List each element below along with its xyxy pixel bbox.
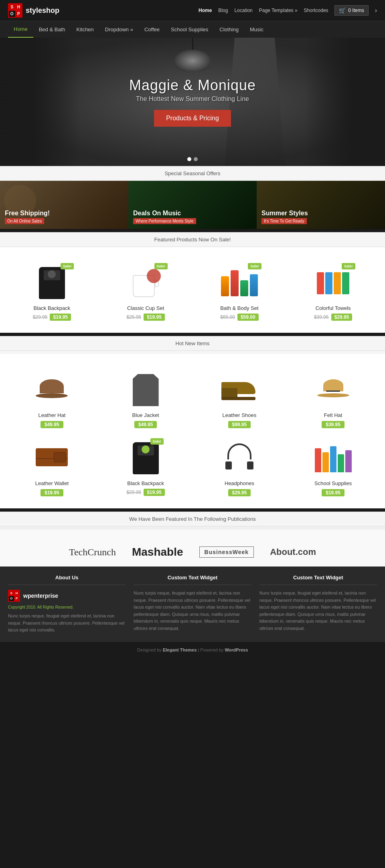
logo[interactable]: SH OP styleshop	[8, 3, 59, 18]
techcrunch-logo: TechCrunch	[69, 547, 116, 558]
nav-clothing[interactable]: Clothing	[214, 22, 244, 37]
brand-name: styleshop	[26, 6, 59, 15]
hero-cta-button[interactable]: Products & Pricing	[154, 110, 231, 127]
footer-widget1-text: Nunc turpis neque, feugiat eget eleifend…	[134, 590, 251, 632]
hero-slider: Maggie & Monique The Hottest New Summer …	[0, 38, 385, 166]
footer-bottom-text: Designed by Elegant Themes | Powered by …	[137, 647, 248, 652]
product-card-backpack[interactable]: Sale! Black Backpack $29.95 $19.95	[8, 261, 96, 325]
item-name-felt-hat: Felt Hat	[293, 412, 373, 418]
item-img-leather-hat	[32, 372, 72, 408]
product-name-bath: Bath & Body Set	[200, 305, 280, 311]
featured-products-section: Sale! Black Backpack $29.95 $19.95 Sale!	[0, 247, 385, 333]
nav-music[interactable]: Music	[244, 22, 269, 37]
featured-products-label: Featured Products Now On Sale!	[154, 237, 231, 243]
main-navigation: Home Bed & Bath Kitchen Dropdown » Coffe…	[0, 21, 385, 38]
about-logo: About.com	[270, 547, 316, 557]
sale-badge-towels: Sale!	[342, 263, 355, 269]
price-old-backpack: $29.95	[33, 314, 48, 320]
item-img-blue-jacket	[126, 372, 166, 408]
cart-icon: 🛒	[339, 7, 346, 14]
offer-title-2: Deals On Music	[133, 210, 196, 217]
offer-text-3: Summer Styles It's Time To Get Ready	[261, 210, 308, 224]
top-nav-blog[interactable]: Blog	[218, 8, 228, 13]
footer-widget2-title: Custom Text Widget	[259, 575, 377, 585]
nav-kitchen[interactable]: Kitchen	[71, 22, 99, 37]
item-img-leather-shoes	[219, 372, 259, 408]
top-nav-location[interactable]: Location	[234, 8, 252, 13]
item-img-leather-wallet	[32, 440, 72, 476]
product-price-backpack2: $29.95 $19.95	[106, 489, 186, 496]
featured-products-grid: Sale! Black Backpack $29.95 $19.95 Sale!	[8, 261, 377, 325]
item-name-blue-jacket: Blue Jacket	[106, 412, 186, 418]
item-price-leather-wallet: $19.95	[41, 489, 63, 496]
price-old-towels: $39.95	[314, 314, 329, 320]
offer-card-music[interactable]: Deals On Music Where Performance Meets S…	[128, 181, 257, 229]
top-nav-shortcodes[interactable]: Shortcodes	[304, 8, 328, 13]
nav-coffee[interactable]: Coffee	[139, 22, 165, 37]
item-img-school-supplies	[313, 440, 353, 476]
top-nav-page-templates[interactable]: Page Templates »	[259, 8, 298, 13]
hot-items-label: Hot New Items	[175, 340, 209, 346]
product-img-cup: Sale!	[126, 265, 166, 301]
footer-brand-name: wpenterprise	[23, 593, 58, 599]
footer-about-title: About Us	[8, 575, 126, 585]
product-card-bath[interactable]: Sale! Bath & Body Set $65.00 $59.00	[196, 261, 284, 325]
businessweek-logo: BusinessWeek	[199, 546, 254, 558]
item-card-leather-wallet[interactable]: Leather Wallet $19.95	[8, 436, 96, 500]
footer-widget2-text: Nunc turpis neque, feugiat eget eleifend…	[259, 590, 377, 632]
item-card-headphones[interactable]: Headphones $29.95	[196, 436, 284, 500]
hot-items-grid-row2: Leather Wallet $19.95 Sale! Black Backpa…	[8, 436, 377, 500]
offer-title-1: Free Shipping!	[5, 210, 50, 217]
footer-about-col: About Us SH OP wpenterprise Copyright 20…	[8, 575, 126, 634]
offer-card-shipping[interactable]: Free Shipping! On All Online Sales	[0, 181, 128, 229]
slider-dot-2[interactable]	[194, 157, 198, 161]
cart-button[interactable]: 🛒 0 Items	[334, 5, 368, 16]
item-price-felt-hat: $39.95	[322, 421, 344, 428]
cart-label: 0 Items	[348, 8, 364, 13]
slider-dot-1[interactable]	[187, 157, 191, 161]
product-img-towels: Sale!	[313, 265, 353, 301]
nav-home[interactable]: Home	[8, 21, 33, 38]
slider-dots	[187, 157, 198, 161]
nav-bed-bath[interactable]: Bed & Bath	[33, 22, 71, 37]
item-card-school-supplies[interactable]: School Supplies $19.95	[289, 436, 377, 500]
sale-badge-bath: Sale!	[248, 263, 261, 269]
item-img-black-backpack2: Sale!	[126, 440, 166, 476]
product-price-cup: $25.95 $19.95	[106, 314, 186, 321]
item-card-felt-hat[interactable]: Felt Hat $39.95	[289, 368, 377, 432]
product-card-cup[interactable]: Sale! Classic Cup Set $25.95 $19.95	[102, 261, 190, 325]
item-card-blue-jacket[interactable]: Blue Jacket $49.95	[102, 368, 190, 432]
item-card-black-backpack2[interactable]: Sale! Black Backpack $29.95 $19.95	[102, 436, 190, 500]
publication-logos: TechCrunch Mashable BusinessWeek About.c…	[8, 546, 377, 558]
nav-school-supplies[interactable]: School Supplies	[165, 22, 214, 37]
price-new-backpack2: $19.95	[144, 489, 165, 496]
item-name-black-backpack2: Black Backpack	[106, 480, 186, 486]
footer-widget1-title: Custom Text Widget	[134, 575, 251, 585]
price-old-backpack2: $29.95	[126, 490, 141, 495]
offer-subtitle-2: Where Performance Meets Style	[133, 218, 196, 224]
chevron-right-icon: ›	[375, 7, 377, 14]
mashable-logo: Mashable	[132, 546, 183, 558]
item-img-felt-hat	[313, 372, 353, 408]
top-nav-home[interactable]: Home	[199, 8, 212, 13]
footer-about-text: Nunc turpis neque, feugiat eget eleifend…	[8, 613, 126, 634]
price-new-backpack: $19.95	[50, 314, 71, 321]
footer-bottom: Designed by Elegant Themes | Powered by …	[0, 642, 385, 657]
nav-dropdown[interactable]: Dropdown »	[99, 22, 139, 37]
featured-products-header: Featured Products Now On Sale!	[0, 232, 385, 247]
special-offers-header: Special Seasonal Offers	[0, 166, 385, 181]
hot-items-section: Leather Hat $49.95 Blue Jacket $49.95 Le…	[0, 351, 385, 508]
item-card-leather-hat[interactable]: Leather Hat $49.95	[8, 368, 96, 432]
publications-label: We Have Been Featured In The Following P…	[129, 516, 255, 522]
product-card-towels[interactable]: Sale! Colorful Towels $39.95 $29.95	[289, 261, 377, 325]
wordpress-link[interactable]: WordPress	[225, 647, 248, 652]
product-price-towels: $39.95 $29.95	[293, 314, 373, 321]
product-price-bath: $65.00 $59.00	[200, 314, 280, 321]
offer-card-summer[interactable]: Summer Styles It's Time To Get Ready	[257, 181, 385, 229]
price-old-bath: $65.00	[220, 314, 235, 320]
item-card-leather-shoes[interactable]: Leather Shoes $99.95	[196, 368, 284, 432]
footer-logo: SH OP wpenterprise	[8, 590, 126, 602]
sale-badge-backpack2: Sale!	[150, 438, 164, 445]
elegant-themes-link[interactable]: Elegant Themes	[163, 647, 197, 652]
offers-grid: Free Shipping! On All Online Sales Deals…	[0, 181, 385, 229]
